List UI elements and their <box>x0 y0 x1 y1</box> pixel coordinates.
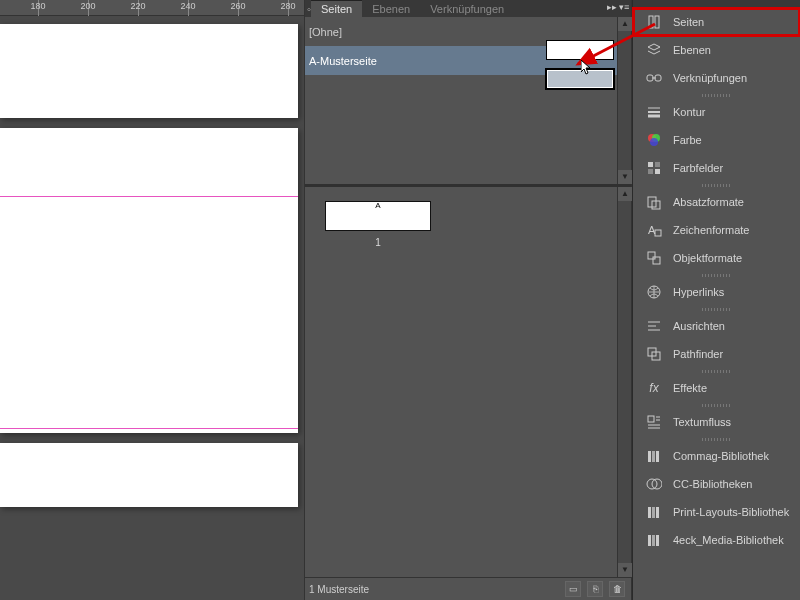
pages-icon <box>645 13 663 31</box>
svg-rect-14 <box>655 169 660 174</box>
sidebar-label: Kontur <box>673 106 705 118</box>
svg-rect-0 <box>649 16 653 28</box>
document-canvas[interactable]: 180 200 220 240 260 280 <box>0 0 304 600</box>
document-pages-section: A 1 ▲ ▼ <box>305 187 631 577</box>
svg-rect-11 <box>648 162 653 167</box>
panel-menu-icon[interactable]: ▾≡ <box>619 2 629 12</box>
sidebar-label: Ebenen <box>673 44 711 56</box>
sidebar-item-links[interactable]: Verknüpfungen <box>633 64 800 92</box>
align-icon <box>645 317 663 335</box>
sidebar-item-pages[interactable]: Seiten <box>633 8 800 36</box>
sidebar-label: Ausrichten <box>673 320 725 332</box>
ruler-mark: 240 <box>180 1 195 11</box>
svg-point-10 <box>650 138 658 146</box>
sidebar-item-textwrap[interactable]: Textumfluss <box>633 408 800 436</box>
scroll-up-icon[interactable]: ▲ <box>618 17 632 31</box>
panel-collapse-icon[interactable]: ▸▸ <box>607 2 617 12</box>
sidebar-item-lib-4eck[interactable]: 4eck_Media-Bibliothek <box>633 526 800 554</box>
tab-layers[interactable]: Ebenen <box>362 1 420 17</box>
svg-rect-39 <box>656 507 659 518</box>
scroll-down-icon[interactable]: ▼ <box>618 563 632 577</box>
sidebar-item-lib-print[interactable]: Print-Layouts-Bibliothek <box>633 498 800 526</box>
tab-links[interactable]: Verknüpfungen <box>420 1 514 17</box>
svg-rect-33 <box>652 451 655 462</box>
sidebar-item-cc-libraries[interactable]: CC-Bibliotheken <box>633 470 800 498</box>
ruler-mark: 220 <box>130 1 145 11</box>
scrollbar[interactable]: ▲ ▼ <box>617 17 631 184</box>
sidebar-label: Farbfelder <box>673 162 723 174</box>
object-styles-icon <box>645 249 663 267</box>
sidebar-item-stroke[interactable]: Kontur <box>633 98 800 126</box>
ruler-mark: 200 <box>80 1 95 11</box>
svg-rect-37 <box>648 507 651 518</box>
sidebar-item-pathfinder[interactable]: Pathfinder <box>633 340 800 368</box>
ruler-mark: 260 <box>230 1 245 11</box>
master-pages-section: [Ohne] A-Musterseite ▲ ▼ <box>305 17 631 187</box>
sidebar-label: Print-Layouts-Bibliothek <box>673 506 789 518</box>
stroke-icon <box>645 103 663 121</box>
links-icon <box>645 69 663 87</box>
sidebar-item-align[interactable]: Ausrichten <box>633 312 800 340</box>
page-master-badge: A <box>375 201 380 210</box>
sidebar-item-color[interactable]: Farbe <box>633 126 800 154</box>
pages-panel: ◦ Seiten Ebenen Verknüpfungen ▸▸ ▾≡ [Ohn… <box>304 0 632 600</box>
panel-tab-bar: ◦ Seiten Ebenen Verknüpfungen ▸▸ ▾≡ <box>305 0 631 17</box>
page-spread[interactable] <box>0 24 298 118</box>
master-thumb-none[interactable] <box>546 40 614 60</box>
scroll-down-icon[interactable]: ▼ <box>618 170 632 184</box>
sidebar-label: Commag-Bibliothek <box>673 450 769 462</box>
effects-icon: fx <box>645 379 663 397</box>
sidebar-item-effects[interactable]: fx Effekte <box>633 374 800 402</box>
sidebar-label: Textumfluss <box>673 416 731 428</box>
tab-pages[interactable]: Seiten <box>311 0 362 17</box>
paragraph-styles-icon <box>645 193 663 211</box>
sidebar-item-character-styles[interactable]: A Zeichenformate <box>633 216 800 244</box>
sidebar-label: Objektformate <box>673 252 742 264</box>
sidebar-item-lib-commag[interactable]: Commag-Bibliothek <box>633 442 800 470</box>
svg-rect-27 <box>648 416 654 422</box>
cc-icon <box>645 475 663 493</box>
sidebar-item-object-styles[interactable]: Objektformate <box>633 244 800 272</box>
svg-rect-40 <box>648 535 651 546</box>
textwrap-icon <box>645 413 663 431</box>
sidebar-item-paragraph-styles[interactable]: Absatzformate <box>633 188 800 216</box>
page-spread[interactable] <box>0 443 298 507</box>
sidebar-label: Effekte <box>673 382 707 394</box>
svg-rect-12 <box>655 162 660 167</box>
ruler-horizontal: 180 200 220 240 260 280 <box>0 0 304 16</box>
master-label: [Ohne] <box>309 26 342 38</box>
sidebar-label: Farbe <box>673 134 702 146</box>
edit-page-size-icon[interactable]: ▭ <box>565 581 581 597</box>
sidebar-label: Absatzformate <box>673 196 744 208</box>
sidebar-label: Verknüpfungen <box>673 72 747 84</box>
layers-icon <box>645 41 663 59</box>
page-thumb-1[interactable]: A 1 <box>325 201 431 248</box>
sidebar-item-hyperlinks[interactable]: Hyperlinks <box>633 278 800 306</box>
sidebar-item-swatches[interactable]: Farbfelder <box>633 154 800 182</box>
delete-page-icon[interactable]: 🗑 <box>609 581 625 597</box>
svg-rect-41 <box>652 535 655 546</box>
sidebar-label: Hyperlinks <box>673 286 724 298</box>
panel-footer: 1 Musterseite ▭ ⎘ 🗑 <box>305 577 631 600</box>
page-spread[interactable] <box>0 128 298 433</box>
ruler-mark: 180 <box>30 1 45 11</box>
master-label: A-Musterseite <box>309 55 377 67</box>
swatches-icon <box>645 159 663 177</box>
svg-rect-38 <box>652 507 655 518</box>
scrollbar[interactable]: ▲ ▼ <box>617 187 631 577</box>
master-thumb-a[interactable] <box>546 69 614 89</box>
sidebar-label: CC-Bibliotheken <box>673 478 752 490</box>
svg-rect-34 <box>656 451 659 462</box>
scroll-up-icon[interactable]: ▲ <box>618 187 632 201</box>
sidebar-label: 4eck_Media-Bibliothek <box>673 534 784 546</box>
library-icon <box>645 503 663 521</box>
svg-rect-13 <box>648 169 653 174</box>
right-dock: Seiten Ebenen Verknüpfungen Kontur Farbe… <box>632 0 800 600</box>
library-icon <box>645 531 663 549</box>
pathfinder-icon <box>645 345 663 363</box>
dock-header[interactable] <box>633 0 800 8</box>
sidebar-item-layers[interactable]: Ebenen <box>633 36 800 64</box>
ruler-mark: 280 <box>280 1 295 11</box>
svg-rect-20 <box>653 257 660 264</box>
new-page-icon[interactable]: ⎘ <box>587 581 603 597</box>
